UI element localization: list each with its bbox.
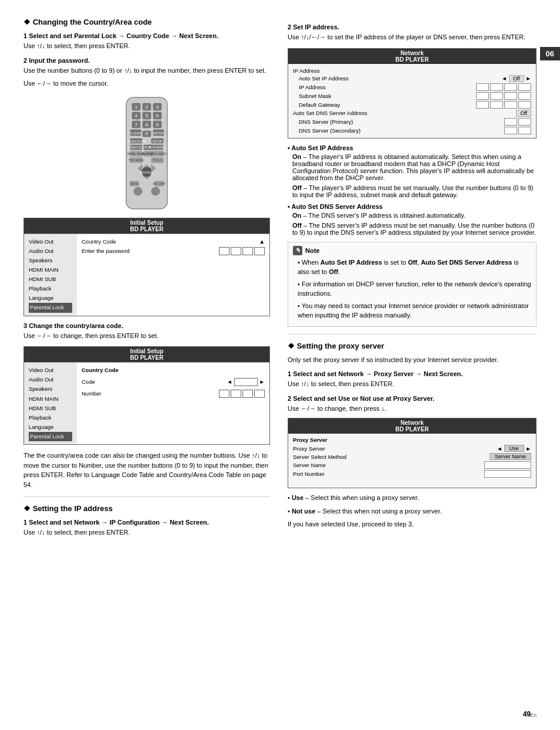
dns-on-label: On [292, 212, 301, 219]
bd-screen-2: Initial Setup BD PLAYER Video Out Audio … [23, 346, 270, 445]
dns1-box-1 [504, 118, 517, 126]
network-row-auto-ip: Auto Set IP Address ◄ Off ► [293, 75, 531, 82]
bd-menu-1: Video Out Audio Out Speakers HDMI MAIN H… [24, 234, 77, 316]
menu-item-speakers: Speakers [29, 256, 72, 265]
bd-content-1: Country Code ▲ Enter the password [77, 234, 269, 316]
auto-ip-value: ◄ Off ► [501, 75, 531, 82]
proxy-notuse-desc: • Not use – Select this when not using a… [288, 506, 537, 516]
proxy-port-row: Port Number [293, 470, 531, 478]
proxy-step2-heading: 2 Select and set Use or Not use at Proxy… [288, 395, 537, 402]
gw-box-4 [518, 101, 531, 109]
svg-text:TOP MENU: TOP MENU [129, 158, 144, 162]
ip-step1-body: Use ↑/↓ to select, then press ENTER. [23, 528, 270, 538]
network-screen: Network BD PLAYER IP Address Auto Set IP… [288, 48, 537, 138]
step3-body: Use ←/→ to change, then press ENTER to s… [23, 331, 270, 341]
separator-1 [23, 496, 270, 497]
gw-box-1 [476, 101, 489, 109]
auto-ip-section: • Auto Set IP Address On – The player's … [288, 144, 537, 198]
network-row-ip-header: IP Address [293, 67, 531, 74]
proxy-step1-body: Use ↑/↓ to select, then press ENTER. [288, 379, 537, 389]
svg-text:6: 6 [156, 113, 159, 119]
ip-step2-body: Use ↑/↓/←/→ to set the IP address of the… [288, 32, 537, 42]
country-code-label: Country Code [82, 237, 116, 246]
auto-ip-left-arrow: ◄ [501, 75, 507, 82]
dns2-box-2 [518, 127, 531, 134]
page-container: 06 Changing the Country/Area code 1 Sele… [0, 0, 560, 730]
subnet-label: Subnet Mask [299, 93, 331, 99]
auto-dns-off-desc: Off – The DNS server's IP address must b… [288, 222, 537, 236]
menu2-playback: Playback [29, 413, 72, 423]
svg-text:0: 0 [146, 131, 149, 136]
network-row-dns-primary: DNS Server (Primary) [293, 118, 531, 126]
menu2-audioout: Audio Out [29, 375, 72, 384]
proxy-intro: Only set the proxy server if so instruct… [288, 355, 537, 365]
proxy-name-row: Server Name [293, 461, 531, 469]
dns-header-label: Auto Set DNS Server Address [293, 110, 367, 116]
step1-body: Use ↑/↓ to select, then press ENTER. [23, 41, 270, 51]
network-row-ip: IP Address [293, 83, 531, 91]
svg-text:PLAY MODE: PLAY MODE [149, 146, 166, 149]
auto-dns-off-text: – The DNS server's IP address must be se… [292, 222, 536, 236]
menu2-parentallock: Parental Lock [29, 432, 72, 441]
note-icon: ✎ [293, 246, 302, 255]
menu2-videoout: Video Out [29, 366, 72, 375]
off-label: Off [292, 184, 302, 191]
svg-text:5: 5 [146, 113, 149, 119]
auto-ip-on-desc: On – The player's IP address is obtained… [288, 153, 537, 181]
dns-secondary-label: DNS Server (Secondary) [299, 127, 360, 134]
note-box: ✎ Note When Auto Set IP Address is set t… [288, 242, 537, 327]
proxy-name-input [484, 461, 531, 469]
svg-text:MENU: MENU [130, 182, 139, 185]
page-lang-bottom: En [530, 712, 537, 718]
content-row-1: Country Code ▲ [82, 237, 265, 246]
svg-text:4: 4 [135, 113, 138, 119]
auto-ip-off-text: – The player's IP address must be set ma… [292, 184, 534, 198]
menu-item-hdmimain: HDMI MAIN [29, 265, 72, 275]
auto-ip-right-arrow: ► [526, 75, 531, 82]
gw-box-3 [504, 101, 517, 109]
menu-item-audioout: Audio Out [29, 246, 72, 256]
proxy-screen: Network BD PLAYER Proxy Server Proxy Ser… [288, 418, 537, 488]
code-input [234, 378, 258, 386]
menu2-hdmisub: HDMI SUB [29, 404, 72, 413]
gw-box-2 [490, 101, 503, 109]
svg-text:ENTER: ENTER [141, 171, 153, 174]
ip-addr-label: IP Address [299, 84, 326, 90]
menu-item-hdmisub: HDMI SUB [29, 275, 72, 284]
pass-box-4 [254, 247, 265, 255]
proxy-screen-title: Network BD PLAYER [288, 418, 536, 434]
network-screen-body: IP Address Auto Set IP Address ◄ Off ► I… [288, 64, 536, 138]
number-input-boxes [219, 390, 265, 398]
auto-dns-on-desc: On – The DNS server's IP address is obta… [288, 212, 537, 219]
content-row-2: Enter the password [82, 246, 265, 256]
svg-text:ENTER: ENTER [153, 131, 164, 135]
svg-text:9: 9 [156, 122, 159, 127]
auto-ip-off-desc: Off – The player's IP address must be se… [288, 184, 537, 198]
pass-box-2 [231, 247, 241, 255]
network-row-dns-header: Auto Set DNS Server Address Off [293, 110, 531, 117]
subnet-box-1 [476, 92, 489, 100]
dns-secondary-inputs [504, 127, 531, 134]
svg-text:POPUP MENU: POPUP MENU [147, 152, 167, 156]
auto-ip-bullet-title: • Auto Set IP Address [288, 144, 537, 151]
menu-item-playback: Playback [29, 284, 72, 293]
proxy-method-value: Server Name [490, 453, 531, 460]
proxy-step2-body: Use ←/→ to change, then press ↓. [288, 404, 537, 414]
proxy-screen-body: Proxy Server Proxy Server ◄ Use ► Server… [288, 434, 536, 488]
code-control: ◄ ► [227, 377, 265, 387]
proxy-use-desc: • Use – Select this when using a proxy s… [288, 493, 537, 503]
bd-menu-2: Video Out Audio Out Speakers HDMI MAIN H… [24, 363, 77, 444]
remote-image-area: 1 2 3 4 5 6 7 8 9 [23, 94, 270, 212]
subnet-inputs [476, 92, 531, 100]
step2-body: Use the number buttons (0 to 9) or ↑/↓ t… [23, 66, 270, 76]
menu-item-parentallock: Parental Lock [29, 303, 72, 312]
network-row-dns-secondary: DNS Server (Secondary) [293, 127, 531, 134]
proxy-method-row: Server Select Method Server Name [293, 453, 531, 460]
note-item-3: You may need to contact your Internet se… [293, 301, 531, 320]
svg-text:TOOLS: TOOLS [153, 158, 163, 162]
menu-item-videoout: Video Out [29, 237, 72, 246]
auto-ip-off: Off [509, 75, 524, 82]
proxy-port-label: Port Number [293, 471, 325, 477]
ip-box-3 [504, 83, 517, 91]
subnet-box-2 [490, 92, 503, 100]
